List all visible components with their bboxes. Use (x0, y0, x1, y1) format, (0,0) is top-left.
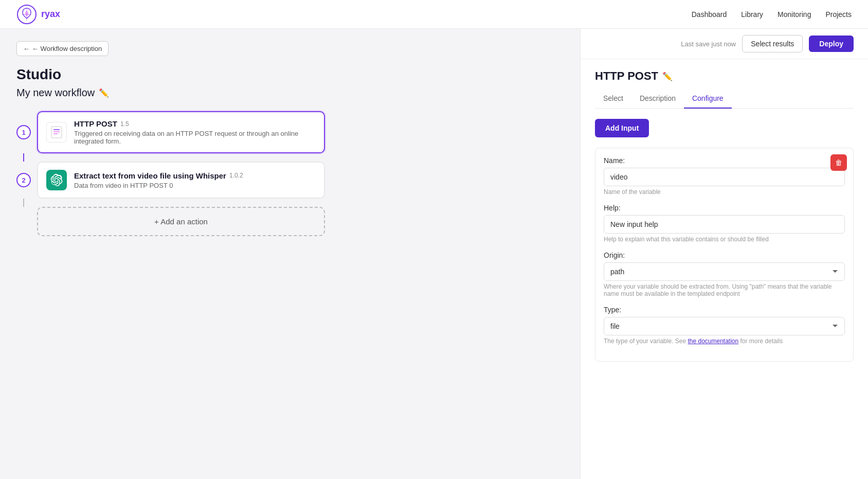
step-2-info: Extract text from video file using Whisp… (74, 171, 316, 189)
panel-tabs: Select Description Configure (595, 89, 854, 109)
left-panel: ← ← Workflow description Studio My new w… (0, 29, 580, 479)
delete-input-button[interactable]: 🗑 (830, 154, 847, 171)
main-nav: Dashboard Library Monitoring Projects (692, 10, 852, 19)
step-2-desc: Data from video in HTTP POST 0 (74, 182, 316, 189)
type-select[interactable]: file string integer boolean (604, 317, 845, 335)
ryax-logo-icon (16, 4, 37, 25)
last-save-text: Last save just now (681, 40, 736, 48)
openai-icon (46, 170, 67, 190)
right-header-top: HTTP POST ✏️ (595, 69, 854, 83)
page-title: Studio (16, 66, 564, 83)
step-card-1[interactable]: HTTP POST 1.5 Triggered on receiving dat… (37, 111, 325, 153)
logo-area: ryax (16, 4, 60, 25)
step-2-version: 1.0.2 (229, 172, 243, 179)
connector-line-1 (23, 153, 24, 162)
nav-monitoring[interactable]: Monitoring (777, 10, 811, 19)
workflow-steps: 1 HTTP POST 1.5 (16, 111, 325, 236)
step-1-info: HTTP POST 1.5 Triggered on receiving dat… (74, 119, 316, 145)
origin-field: Origin: path body query header Where you… (604, 251, 845, 297)
help-input[interactable] (604, 215, 845, 234)
step-1-desc: Triggered on receiving data on an HTTP P… (74, 130, 316, 145)
add-action-row: + Add an action (16, 207, 325, 236)
add-input-button[interactable]: Add Input (595, 119, 649, 137)
app-header: ryax Dashboard Library Monitoring Projec… (0, 0, 868, 29)
svg-rect-1 (51, 127, 62, 138)
deploy-button[interactable]: Deploy (809, 36, 854, 52)
back-arrow-icon: ← (23, 45, 30, 52)
help-label: Help: (604, 204, 845, 212)
documentation-link[interactable]: the documentation (688, 338, 738, 345)
tab-select[interactable]: Select (595, 89, 631, 109)
breadcrumb-button[interactable]: ← ← Workflow description (16, 41, 109, 56)
help-field: Help: Help to explain what this variable… (604, 204, 845, 243)
help-hint: Help to explain what this variable conta… (604, 236, 845, 243)
select-results-button[interactable]: Select results (742, 35, 803, 52)
logo-text: ryax (41, 9, 60, 20)
breadcrumb-label: ← Workflow description (32, 45, 102, 52)
workflow-name: My new workflow (16, 87, 95, 99)
name-hint: Name of the variable (604, 188, 845, 196)
trash-icon: 🗑 (835, 158, 842, 167)
type-label: Type: (604, 306, 845, 314)
step-number-2: 2 (16, 173, 31, 187)
panel-title-edit-icon[interactable]: ✏️ (662, 72, 673, 81)
http-post-icon (46, 122, 67, 143)
step-row-2: 2 Extract text from video file using Whi… (16, 162, 325, 199)
origin-select[interactable]: path body query header (604, 262, 845, 281)
step-connector-2 (16, 199, 325, 207)
main-layout: ← ← Workflow description Studio My new w… (0, 29, 868, 479)
step-connector-1 (16, 153, 325, 162)
right-panel-header: HTTP POST ✏️ Select Description Configur… (581, 59, 868, 109)
step-row-1: 1 HTTP POST 1.5 (16, 111, 325, 153)
step-number-1: 1 (16, 125, 31, 139)
input-form-card: 🗑 Name: Name of the variable Help: Help … (595, 148, 854, 362)
top-actions-bar: Last save just now Select results Deploy (581, 29, 868, 59)
tab-description[interactable]: Description (631, 89, 684, 109)
type-hint: The type of your variable. See the docum… (604, 338, 845, 345)
step-2-title: Extract text from video file using Whisp… (74, 171, 316, 180)
type-field: Type: file string integer boolean The ty… (604, 306, 845, 345)
name-field: Name: Name of the variable (604, 156, 845, 196)
panel-title: HTTP POST ✏️ (595, 69, 673, 83)
nav-dashboard[interactable]: Dashboard (692, 10, 727, 19)
nav-library[interactable]: Library (741, 10, 763, 19)
origin-hint: Where your variable should be extracted … (604, 283, 845, 297)
name-input[interactable] (604, 168, 845, 186)
step-1-title: HTTP POST 1.5 (74, 119, 316, 128)
workflow-name-row: My new workflow ✏️ (16, 87, 564, 99)
step-1-version: 1.5 (120, 120, 129, 128)
panel-content: Add Input 🗑 Name: Name of the variable H… (581, 109, 868, 479)
right-panel: Last save just now Select results Deploy… (580, 29, 868, 479)
tab-configure[interactable]: Configure (684, 89, 732, 109)
add-action-label: + Add an action (154, 217, 208, 226)
origin-label: Origin: (604, 251, 845, 259)
add-action-button[interactable]: + Add an action (37, 207, 325, 236)
name-label: Name: (604, 156, 845, 165)
workflow-name-edit-icon[interactable]: ✏️ (99, 88, 109, 98)
step-card-2[interactable]: Extract text from video file using Whisp… (37, 162, 325, 199)
nav-projects[interactable]: Projects (825, 10, 852, 19)
connector-line-2 (23, 199, 24, 207)
